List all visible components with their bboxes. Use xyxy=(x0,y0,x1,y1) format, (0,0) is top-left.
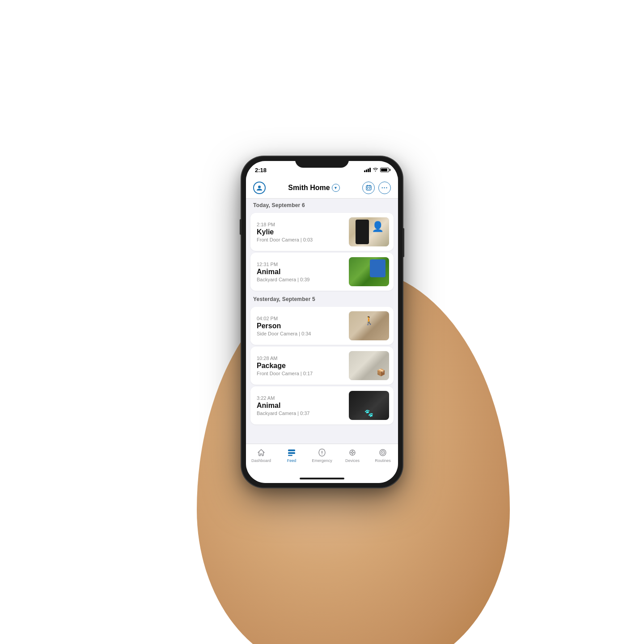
phone-screen: 2:18 xyxy=(246,161,398,483)
more-button[interactable]: ··· xyxy=(378,182,391,194)
scene: 2:18 xyxy=(0,0,644,644)
thumbnail-animal-backyard xyxy=(349,257,389,286)
calendar-button[interactable] xyxy=(362,182,375,194)
feed-card-kylie-thumb xyxy=(349,217,389,246)
svg-rect-9 xyxy=(288,455,292,456)
feed-card-person-source: Side Door Camera | 0:34 xyxy=(257,331,343,336)
feed-icon xyxy=(287,448,296,458)
svg-point-20 xyxy=(382,452,383,453)
feed-card-animal-night-time: 3:22 AM xyxy=(257,395,343,401)
svg-rect-7 xyxy=(288,449,295,451)
header-title-area[interactable]: Smith Home ▾ xyxy=(288,184,339,192)
thumbnail-person xyxy=(349,311,389,340)
home-bar xyxy=(300,478,344,479)
feed-card-kylie-source: Front Door Camera | 0:03 xyxy=(257,237,343,242)
header-right-buttons: ··· xyxy=(362,182,391,194)
feed-card-person-thumb xyxy=(349,311,389,340)
nav-item-routines[interactable]: Routines xyxy=(369,448,396,463)
feed-card-package-label: Package xyxy=(257,362,343,370)
wifi-icon xyxy=(373,167,378,173)
feed-card-animal-backyard-source: Backyard Camera | 0:39 xyxy=(257,277,343,282)
nav-label-feed: Feed xyxy=(287,458,297,463)
nav-item-devices[interactable]: Devices xyxy=(339,448,366,463)
feed-card-animal-night-label: Animal xyxy=(257,402,343,410)
home-name: Smith Home xyxy=(288,184,330,192)
signal-bar-4 xyxy=(369,168,371,172)
battery-fill xyxy=(381,169,387,171)
feed-card-animal-night[interactable]: 3:22 AM Animal Backyard Camera | 0:37 xyxy=(250,386,394,424)
phone-device: 2:18 xyxy=(242,157,402,487)
feed-card-package-info: 10:28 AM Package Front Door Camera | 0:1… xyxy=(257,356,343,376)
feed-card-person-time: 04:02 PM xyxy=(257,316,343,321)
feed-card-animal-backyard-thumb xyxy=(349,257,389,286)
nav-label-devices: Devices xyxy=(345,458,360,463)
signal-bar-3 xyxy=(368,169,369,172)
feed-card-kylie-label: Kylie xyxy=(257,228,343,236)
signal-bar-1 xyxy=(364,170,365,172)
thumbnail-package xyxy=(349,351,389,380)
feed-card-package-thumb xyxy=(349,351,389,380)
thumbnail-kylie xyxy=(349,217,389,246)
feed-card-person-label: Person xyxy=(257,322,343,330)
chevron-down-icon: ▾ xyxy=(332,184,340,192)
nav-item-dashboard[interactable]: Dashboard xyxy=(248,448,275,463)
emergency-icon xyxy=(318,448,326,458)
svg-rect-8 xyxy=(288,452,295,454)
svg-point-11 xyxy=(322,454,322,455)
feed-card-package-source: Front Door Camera | 0:17 xyxy=(257,371,343,376)
feed-card-animal-backyard-info: 12:31 PM Animal Backyard Camera | 0:39 xyxy=(257,262,343,282)
feed-card-kylie[interactable]: 2:18 PM Kylie Front Door Camera | 0:03 xyxy=(250,213,394,251)
battery-icon xyxy=(380,168,389,172)
signal-icon xyxy=(364,168,371,172)
nav-item-emergency[interactable]: Emergency xyxy=(309,448,335,463)
feed-content[interactable]: Today, September 6 2:18 PM Kylie Front D… xyxy=(246,199,398,444)
nav-label-routines: Routines xyxy=(375,458,391,463)
svg-point-0 xyxy=(258,186,261,188)
routines-icon xyxy=(378,448,387,458)
feed-card-animal-night-info: 3:22 AM Animal Backyard Camera | 0:37 xyxy=(257,395,343,416)
feed-card-person-info: 04:02 PM Person Side Door Camera | 0:34 xyxy=(257,316,343,336)
feed-card-kylie-info: 2:18 PM Kylie Front Door Camera | 0:03 xyxy=(257,222,343,242)
feed-card-person[interactable]: 04:02 PM Person Side Door Camera | 0:34 xyxy=(250,307,394,345)
feed-card-animal-night-thumb xyxy=(349,391,389,420)
svg-rect-1 xyxy=(366,186,371,190)
devices-icon xyxy=(348,448,357,458)
svg-point-13 xyxy=(352,452,353,453)
home-indicator xyxy=(246,474,398,483)
feed-card-animal-backyard-time: 12:31 PM xyxy=(257,262,343,267)
nav-label-dashboard: Dashboard xyxy=(251,458,271,463)
feed-card-package-time: 10:28 AM xyxy=(257,356,343,361)
status-icons xyxy=(364,167,389,173)
notch xyxy=(295,157,349,168)
feed-card-animal-night-source: Backyard Camera | 0:37 xyxy=(257,411,343,416)
feed-card-kylie-time: 2:18 PM xyxy=(257,222,343,227)
signal-bar-2 xyxy=(366,169,367,172)
feed-card-package[interactable]: 10:28 AM Package Front Door Camera | 0:1… xyxy=(250,347,394,385)
svg-rect-5 xyxy=(367,188,368,189)
feed-card-animal-backyard[interactable]: 12:31 PM Animal Backyard Camera | 0:39 xyxy=(250,253,394,291)
svg-rect-6 xyxy=(369,188,370,189)
status-time: 2:18 xyxy=(255,167,267,174)
nav-item-feed[interactable]: Feed xyxy=(278,448,305,463)
bottom-nav: Dashboard Feed xyxy=(246,444,398,474)
section-header-today: Today, September 6 xyxy=(246,199,398,211)
nav-label-emergency: Emergency xyxy=(312,458,332,463)
feed-card-animal-backyard-label: Animal xyxy=(257,268,343,276)
app-header: Smith Home ▾ xyxy=(246,177,398,199)
thumbnail-animal-night xyxy=(349,391,389,420)
profile-button[interactable] xyxy=(253,182,266,194)
section-header-yesterday: Yesterday, September 5 xyxy=(246,292,398,305)
dashboard-icon xyxy=(257,448,266,458)
